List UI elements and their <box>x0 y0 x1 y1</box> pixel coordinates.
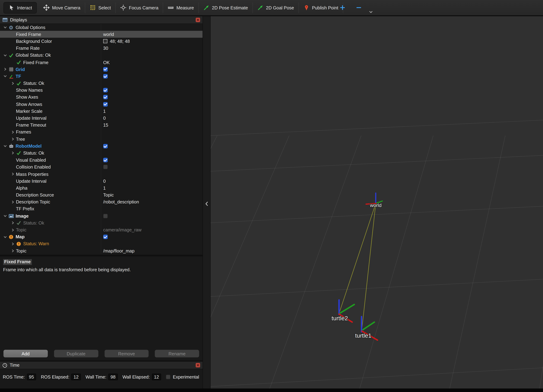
tree-row[interactable]: Global Status: Ok <box>0 52 203 59</box>
toolbar-overflow-chevron-down-icon[interactable] <box>368 11 373 14</box>
property-value-cell[interactable]: 30 <box>101 45 203 52</box>
property-checkbox[interactable] <box>103 235 107 239</box>
expander-closed-icon[interactable] <box>10 228 16 232</box>
property-value-cell[interactable]: 1 <box>101 108 203 115</box>
property-value-cell[interactable] <box>101 87 203 94</box>
property-value-cell[interactable]: world <box>101 31 203 38</box>
property-checkbox[interactable] <box>103 144 107 148</box>
property-value-cell[interactable] <box>101 205 203 212</box>
property-value-cell[interactable] <box>101 129 203 136</box>
add-button[interactable]: Add <box>4 350 48 358</box>
tree-row[interactable]: Visual Enabled <box>0 156 203 163</box>
property-value-cell[interactable]: 48; 48; 48 <box>101 38 203 45</box>
time-field-value[interactable]: 12 <box>71 374 81 380</box>
expander-closed-icon[interactable] <box>2 67 8 71</box>
tree-row[interactable]: Update Interval0 <box>0 178 203 184</box>
tool-publish-point[interactable]: Publish Point <box>299 2 343 13</box>
expander-closed-icon[interactable] <box>10 221 16 225</box>
property-value-cell[interactable] <box>101 240 203 247</box>
expander-closed-icon[interactable] <box>10 172 16 176</box>
tree-row[interactable]: Topiccamera/image_raw <box>0 226 203 233</box>
tree-row[interactable]: ⚙Global Options <box>0 24 203 31</box>
tree-row[interactable]: Tree <box>0 136 203 143</box>
experimental-toggle[interactable]: Experimental <box>166 374 200 379</box>
property-value-cell[interactable] <box>101 101 203 108</box>
property-checkbox[interactable] <box>103 67 107 72</box>
property-value-cell[interactable] <box>101 94 203 100</box>
tool-select[interactable]: Select <box>85 2 116 13</box>
tool-2d-goal-pose[interactable]: 2D Goal Pose <box>253 2 299 13</box>
property-checkbox[interactable] <box>103 158 107 162</box>
add-tool-plus-icon[interactable] <box>339 5 345 11</box>
tree-row[interactable]: Map <box>0 233 203 240</box>
color-swatch[interactable] <box>103 39 107 43</box>
tree-row[interactable]: Mass Properties <box>0 171 203 177</box>
tree-row[interactable]: Status: Warn <box>0 240 203 247</box>
tree-row[interactable]: Frame Rate30 <box>0 45 203 52</box>
property-value-cell[interactable] <box>101 24 203 31</box>
tree-row[interactable]: TF Prefix <box>0 205 203 212</box>
property-value-cell[interactable]: 0 <box>101 178 203 184</box>
expander-closed-icon[interactable] <box>10 81 16 85</box>
property-value-cell[interactable] <box>101 52 203 59</box>
property-value-cell[interactable] <box>101 73 203 80</box>
tree-row[interactable]: Frame Timeout15 <box>0 122 203 128</box>
tree-row[interactable]: Background Color48; 48; 48 <box>0 38 203 45</box>
property-value-cell[interactable] <box>101 136 203 143</box>
tree-row[interactable]: Topic/map/floor_map <box>0 247 203 254</box>
expander-open-icon[interactable] <box>2 214 8 218</box>
property-checkbox[interactable] <box>103 88 107 92</box>
tree-row[interactable]: Show Axes <box>0 94 203 100</box>
tree-row[interactable]: Fixed FrameOK <box>0 59 203 66</box>
expander-closed-icon[interactable] <box>10 137 16 141</box>
property-value-cell[interactable] <box>101 66 203 73</box>
tree-row[interactable]: Collision Enabled <box>0 164 203 171</box>
time-field-value[interactable]: 98 <box>108 374 118 380</box>
tree-row[interactable]: Description SourceTopic <box>0 192 203 199</box>
tree-row[interactable]: Status: Ok <box>0 80 203 87</box>
property-value-cell[interactable] <box>101 143 203 149</box>
collapse-panel-chevron-left-icon[interactable] <box>204 201 209 207</box>
expander-open-icon[interactable] <box>2 74 8 78</box>
tree-row[interactable]: Status: Ok <box>0 150 203 156</box>
tool-move-camera[interactable]: Move Camera <box>39 2 85 13</box>
tree-row[interactable]: Grid <box>0 66 203 73</box>
property-value-cell[interactable]: camera/image_raw <box>101 226 203 233</box>
property-value-cell[interactable]: 1 <box>101 184 203 191</box>
3d-viewport[interactable]: world turtle2 turtle1 <box>210 16 543 389</box>
property-value-cell[interactable]: /map/floor_map <box>101 247 203 254</box>
property-value-cell[interactable] <box>101 212 203 219</box>
property-value-cell[interactable]: Topic <box>101 192 203 199</box>
tree-row[interactable]: Status: Ok <box>0 219 203 226</box>
tree-row[interactable]: TF <box>0 73 203 80</box>
tree-row[interactable]: Show Arrows <box>0 101 203 108</box>
expander-closed-icon[interactable] <box>10 242 16 246</box>
property-value-cell[interactable] <box>101 233 203 240</box>
tree-row[interactable]: Description Topic/robot_description <box>0 199 203 205</box>
property-value-cell[interactable]: 0 <box>101 115 203 122</box>
expander-closed-icon[interactable] <box>10 151 16 155</box>
property-value-cell[interactable] <box>101 219 203 226</box>
expander-open-icon[interactable] <box>2 53 8 57</box>
property-value-cell[interactable]: OK <box>101 59 203 66</box>
property-value-cell[interactable] <box>101 156 203 163</box>
expander-closed-icon[interactable] <box>10 249 16 253</box>
time-field-value[interactable]: 95 <box>27 374 36 380</box>
property-checkbox[interactable] <box>103 165 107 169</box>
tree-row[interactable]: RobotModel <box>0 143 203 149</box>
time-close-icon[interactable] <box>196 363 200 367</box>
property-checkbox[interactable] <box>103 74 107 78</box>
expander-closed-icon[interactable] <box>10 200 16 204</box>
property-checkbox[interactable] <box>103 95 107 99</box>
property-checkbox[interactable] <box>103 214 107 218</box>
tree-row[interactable]: Marker Scale1 <box>0 108 203 115</box>
property-value-cell[interactable] <box>101 80 203 87</box>
experimental-checkbox[interactable] <box>166 375 170 379</box>
tool-interact[interactable]: Interact <box>4 2 37 13</box>
tool-measure[interactable]: Measure <box>163 2 199 13</box>
property-value-cell[interactable]: 15 <box>101 122 203 128</box>
property-value-cell[interactable] <box>101 171 203 177</box>
expander-closed-icon[interactable] <box>10 130 16 134</box>
property-value-cell[interactable]: /robot_description <box>101 199 203 205</box>
property-checkbox[interactable] <box>103 102 107 106</box>
